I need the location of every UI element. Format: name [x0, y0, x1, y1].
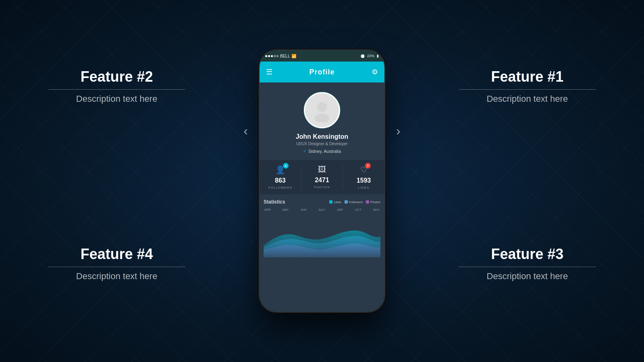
signal-dots [265, 55, 279, 57]
bluetooth-icon: ⬤ [361, 54, 365, 58]
month-may: MAY [283, 208, 289, 212]
legend-followers: Followers [345, 200, 363, 204]
feature-4-title: Feature #4 [48, 246, 185, 263]
month-nov: NOV [373, 208, 380, 212]
feature-3-title: Feature #3 [459, 246, 596, 263]
stat-followers[interactable]: 👤 4 863 FOLLOWERS [260, 165, 301, 189]
followers-count: 863 [275, 177, 286, 184]
signal-dot-4 [274, 55, 276, 57]
battery-icon: ▮ [377, 54, 379, 58]
likes-label: LIKES [358, 186, 369, 189]
status-bar: BELL 📶 ⬤ 22% ▮ [260, 50, 384, 62]
feature-1-desc: Description text here [459, 94, 596, 104]
legend-photos-dot [366, 200, 369, 204]
chart-legend: Likes Followers Photos [329, 200, 380, 204]
feature-3-desc: Description text here [459, 271, 596, 282]
nav-prev-button[interactable]: ‹ [244, 123, 248, 138]
followers-icon-wrapper: 👤 4 [275, 165, 285, 175]
status-right: ⬤ 22% ▮ [361, 54, 379, 58]
wifi-icon: 📶 [291, 54, 296, 58]
stat-likes[interactable]: ♡ 7 1593 LIKES [343, 165, 384, 189]
battery-label: 22% [367, 54, 374, 58]
settings-button[interactable]: ⚙ [372, 68, 378, 76]
month-oct: OCT [355, 208, 361, 212]
feature-1-block: Feature #1 Description text here [459, 68, 596, 104]
legend-followers-label: Followers [349, 200, 363, 204]
month-jun: JUN [301, 208, 307, 212]
svg-point-1 [315, 113, 329, 122]
month-sep: SEP [337, 208, 343, 212]
signal-dot-2 [268, 55, 270, 57]
signal-dot-5 [277, 55, 279, 57]
photos-label: PHOTOS [314, 185, 330, 189]
carrier-label: BELL [280, 54, 290, 58]
likes-badge: 7 [365, 163, 371, 169]
chart-header: Statistics Likes Followers [264, 199, 380, 205]
legend-likes: Likes [329, 200, 341, 204]
likes-icon-wrapper: ♡ 7 [360, 165, 367, 175]
chart-section: Statistics Likes Followers [260, 194, 384, 257]
feature-1-divider [459, 89, 596, 90]
profile-location: ✓ Sidney, Australia [303, 148, 341, 154]
month-july: JULY [318, 208, 325, 212]
followers-badge: 4 [283, 163, 289, 169]
profile-section: John Kensington UI/UX Designer & Develop… [260, 82, 384, 160]
feature-2-desc: Description text here [48, 94, 185, 104]
location-icon: ✓ [303, 148, 307, 154]
chart-months: APR MAY JUN JULY SEP OCT NOV [264, 208, 380, 212]
month-apr: APR [264, 208, 270, 212]
photos-icon: 🖼 [318, 165, 326, 174]
chart-area [264, 213, 380, 257]
feature-2-block: Feature #2 Description text here [48, 68, 185, 104]
stat-photos[interactable]: 🖼 2471 PHOTOS [301, 165, 343, 189]
stats-bar: 👤 4 863 FOLLOWERS 🖼 2471 PHOTOS [260, 160, 384, 194]
feature-3-divider [459, 267, 596, 267]
avatar [304, 92, 340, 128]
legend-likes-dot [329, 200, 332, 204]
app-header: ☰ Profile ⚙ [260, 62, 384, 82]
location-text: Sidney, Australia [308, 149, 341, 154]
app-content: John Kensington UI/UX Designer & Develop… [260, 82, 384, 312]
phone-frame: BELL 📶 ⬤ 22% ▮ ☰ Profile ⚙ [260, 50, 384, 312]
profile-role: UI/UX Designer & Developer [296, 142, 347, 146]
feature-4-desc: Description text here [48, 271, 185, 282]
feature-3-block: Feature #3 Description text here [459, 246, 596, 282]
legend-photos: Photos [366, 200, 380, 204]
photos-icon-wrapper: 🖼 [318, 165, 326, 174]
phone-mockup: ‹ › BELL 📶 ⬤ 22% [260, 50, 384, 312]
legend-likes-label: Likes [334, 200, 341, 204]
signal-dot-3 [271, 55, 273, 57]
legend-photos-label: Photos [370, 200, 380, 204]
menu-button[interactable]: ☰ [266, 68, 272, 76]
likes-count: 1593 [357, 177, 371, 184]
feature-2-title: Feature #2 [48, 68, 185, 85]
svg-point-0 [317, 102, 327, 112]
profile-name: John Kensington [296, 133, 349, 140]
feature-4-block: Feature #4 Description text here [48, 246, 185, 282]
nav-next-button[interactable]: › [396, 123, 400, 138]
feature-4-divider [48, 267, 185, 267]
app-title: Profile [309, 68, 334, 76]
feature-1-title: Feature #1 [459, 68, 596, 85]
signal-dot-1 [265, 55, 267, 57]
avatar-image [310, 98, 334, 122]
photos-count: 2471 [315, 177, 329, 184]
legend-followers-dot [345, 200, 348, 204]
status-left: BELL 📶 [265, 54, 296, 58]
chart-svg [264, 213, 380, 257]
followers-label: FOLLOWERS [268, 186, 292, 189]
feature-2-divider [48, 89, 185, 90]
chart-title: Statistics [264, 199, 285, 205]
main-layout: Feature #2 Description text here Feature… [0, 0, 644, 362]
